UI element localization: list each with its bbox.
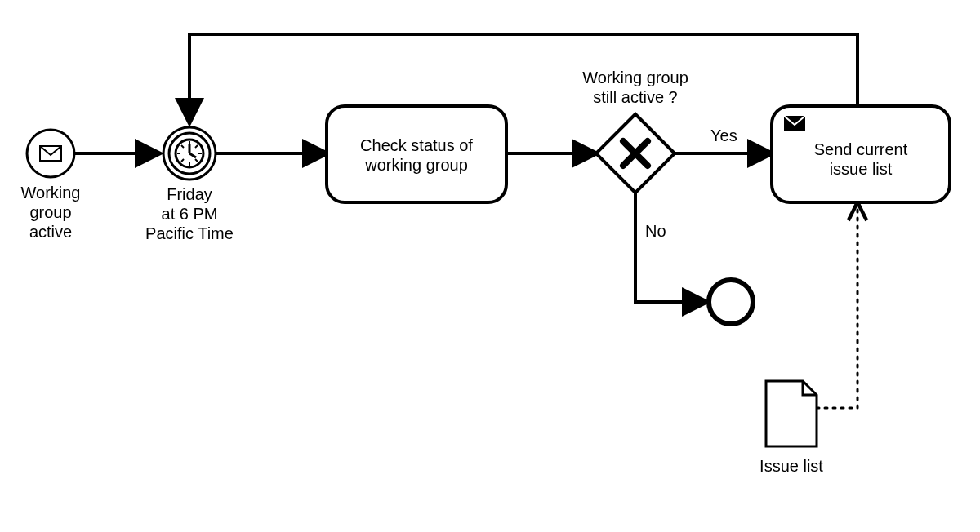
timer-event-label-line3: Pacific Time xyxy=(145,224,234,242)
envelope-icon xyxy=(40,146,61,161)
timer-event-label-line2: at 6 PM xyxy=(162,205,218,223)
data-object-issue-list: Issue list xyxy=(760,381,823,475)
data-object-label: Issue list xyxy=(760,457,823,475)
flow-gateway-no xyxy=(635,193,706,302)
task-check-label-line1: Check status of xyxy=(360,136,473,154)
flow-send-loop-back xyxy=(189,34,858,122)
end-event xyxy=(709,280,753,324)
clock-icon xyxy=(176,140,203,167)
association-data-to-send xyxy=(817,204,858,408)
timer-event: Friday at 6 PM Pacific Time xyxy=(145,127,234,242)
gateway-still-active: Working group still active ? xyxy=(582,69,688,193)
task-send-label-line1: Send current xyxy=(814,140,908,158)
task-send-issue-list: Send current issue list xyxy=(772,106,950,202)
start-event-label-line2: group xyxy=(29,203,71,221)
task-send-label-line2: issue list xyxy=(830,160,893,178)
task-check-label-line2: working group xyxy=(364,156,468,174)
edge-label-no: No xyxy=(645,222,666,240)
task-check-status: Check status of working group xyxy=(327,106,506,202)
timer-event-label-line1: Friday xyxy=(167,185,212,203)
edge-label-yes: Yes xyxy=(710,126,737,144)
gateway-question-line2: still active ? xyxy=(593,88,677,106)
start-event-label-line3: active xyxy=(29,223,72,241)
start-event: Working group active xyxy=(21,130,81,241)
bpmn-diagram: Yes No send task (dotted association) --… xyxy=(0,0,980,532)
gateway-question-line1: Working group xyxy=(582,69,688,86)
envelope-filled-icon xyxy=(784,116,805,131)
svg-point-21 xyxy=(709,280,753,324)
start-event-label-line1: Working xyxy=(21,184,81,202)
